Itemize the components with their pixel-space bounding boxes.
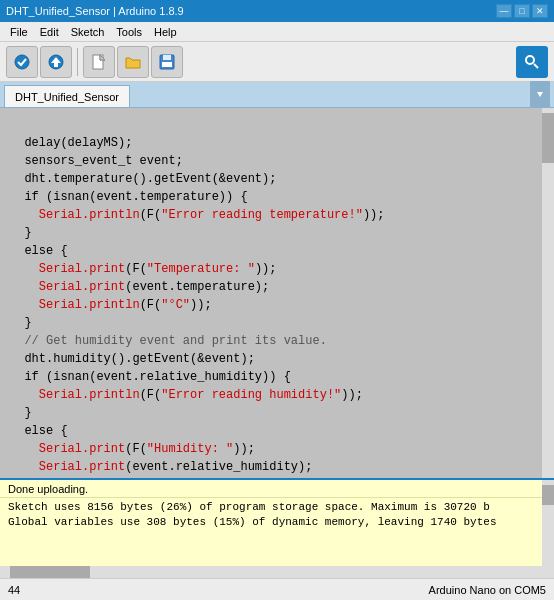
new-button[interactable]	[83, 46, 115, 78]
console-vscrollbar-thumb[interactable]	[542, 485, 554, 505]
svg-point-8	[526, 56, 534, 64]
svg-point-0	[15, 55, 29, 69]
console-status-text: Done uploading.	[8, 483, 88, 495]
bottom-hscrollbar[interactable]	[0, 566, 554, 578]
verify-icon	[13, 53, 31, 71]
toolbar	[0, 42, 554, 82]
toolbar-separator-1	[77, 48, 78, 76]
menu-tools[interactable]: Tools	[110, 22, 148, 41]
editor-vscrollbar-thumb[interactable]	[542, 113, 554, 163]
tab-dropdown-button[interactable]	[530, 81, 550, 107]
menu-sketch[interactable]: Sketch	[65, 22, 111, 41]
save-button[interactable]	[151, 46, 183, 78]
upload-icon	[47, 53, 65, 71]
code-editor[interactable]: delay(delayMS); sensors_event_t event; d…	[0, 108, 554, 478]
tab-label: DHT_Unified_Sensor	[15, 91, 119, 103]
console-area: Done uploading. Sketch uses 8156 bytes (…	[0, 478, 554, 566]
verify-button[interactable]	[6, 46, 38, 78]
board-info: Arduino Nano on COM5	[429, 584, 546, 596]
search-button[interactable]	[516, 46, 548, 78]
menu-bar: File Edit Sketch Tools Help	[0, 22, 554, 42]
tab-dht-unified-sensor[interactable]: DHT_Unified_Sensor	[4, 85, 130, 107]
console-line-1: Sketch uses 8156 bytes (26%) of program …	[8, 500, 546, 515]
bottom-hscrollbar-thumb[interactable]	[10, 566, 90, 578]
console-vscrollbar[interactable]	[542, 480, 554, 566]
maximize-button[interactable]: □	[514, 4, 530, 18]
close-button[interactable]: ✕	[532, 4, 548, 18]
svg-marker-10	[537, 92, 543, 97]
main-window: DHT_Unified_Sensor | Arduino 1.8.9 — □ ✕…	[0, 0, 554, 600]
line-number: 44	[8, 584, 20, 596]
svg-line-9	[534, 64, 538, 68]
tab-bar: DHT_Unified_Sensor	[0, 82, 554, 108]
status-bar: 44 Arduino Nano on COM5	[0, 578, 554, 600]
console-status: Done uploading.	[0, 480, 554, 498]
upload-button[interactable]	[40, 46, 72, 78]
title-bar: DHT_Unified_Sensor | Arduino 1.8.9 — □ ✕	[0, 0, 554, 22]
menu-edit[interactable]: Edit	[34, 22, 65, 41]
chevron-down-icon	[535, 89, 545, 99]
title-bar-buttons: — □ ✕	[496, 4, 548, 18]
open-icon	[124, 53, 142, 71]
open-button[interactable]	[117, 46, 149, 78]
console-line-2: Global variables use 308 bytes (15%) of …	[8, 515, 546, 530]
svg-rect-7	[162, 62, 172, 67]
status-container: 44 Arduino Nano on COM5	[0, 566, 554, 600]
title-bar-text: DHT_Unified_Sensor | Arduino 1.8.9	[6, 5, 184, 17]
save-icon	[158, 53, 176, 71]
menu-help[interactable]: Help	[148, 22, 183, 41]
console-output: Sketch uses 8156 bytes (26%) of program …	[0, 498, 554, 566]
new-icon	[90, 53, 108, 71]
editor-scroll[interactable]: delay(delayMS); sensors_event_t event; d…	[0, 108, 554, 478]
search-icon	[524, 54, 540, 70]
editor-vscrollbar[interactable]	[542, 108, 554, 478]
svg-rect-6	[163, 55, 171, 60]
editor-wrapper: delay(delayMS); sensors_event_t event; d…	[0, 108, 554, 478]
menu-file[interactable]: File	[4, 22, 34, 41]
minimize-button[interactable]: —	[496, 4, 512, 18]
